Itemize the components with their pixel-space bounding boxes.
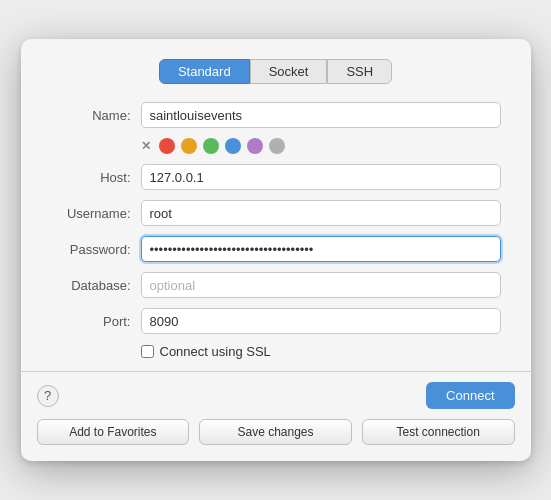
port-row: Port: bbox=[51, 308, 501, 334]
help-button[interactable]: ? bbox=[37, 385, 59, 407]
host-input[interactable] bbox=[141, 164, 501, 190]
test-connection-button[interactable]: Test connection bbox=[362, 419, 515, 445]
port-label: Port: bbox=[51, 314, 141, 329]
ssl-row: Connect using SSL bbox=[51, 344, 501, 359]
name-row: Name: bbox=[51, 102, 501, 128]
ssl-label[interactable]: Connect using SSL bbox=[160, 344, 271, 359]
database-row: Database: bbox=[51, 272, 501, 298]
add-favorites-button[interactable]: Add to Favorites bbox=[37, 419, 190, 445]
password-label: Password: bbox=[51, 242, 141, 257]
form-area: Name: ✕ Host: Username: Password: bbox=[21, 102, 531, 359]
color-dot-blue[interactable] bbox=[225, 138, 241, 154]
port-input[interactable] bbox=[141, 308, 501, 334]
database-input[interactable] bbox=[141, 272, 501, 298]
footer-bar: Add to Favorites Save changes Test conne… bbox=[21, 419, 531, 445]
host-row: Host: bbox=[51, 164, 501, 190]
ssl-checkbox[interactable] bbox=[141, 345, 154, 358]
password-row: Password: bbox=[51, 236, 501, 262]
bottom-bar: ? Connect bbox=[21, 382, 531, 409]
username-input[interactable] bbox=[141, 200, 501, 226]
color-row: ✕ bbox=[51, 138, 501, 154]
color-dot-orange[interactable] bbox=[181, 138, 197, 154]
password-input[interactable] bbox=[141, 236, 501, 262]
close-icon[interactable]: ✕ bbox=[141, 139, 151, 153]
username-row: Username: bbox=[51, 200, 501, 226]
username-label: Username: bbox=[51, 206, 141, 221]
database-label: Database: bbox=[51, 278, 141, 293]
name-input[interactable] bbox=[141, 102, 501, 128]
save-changes-button[interactable]: Save changes bbox=[199, 419, 352, 445]
tab-ssh[interactable]: SSH bbox=[327, 59, 392, 84]
connect-button[interactable]: Connect bbox=[426, 382, 514, 409]
name-label: Name: bbox=[51, 108, 141, 123]
tab-socket[interactable]: Socket bbox=[250, 59, 328, 84]
divider bbox=[21, 371, 531, 372]
color-dot-gray[interactable] bbox=[269, 138, 285, 154]
color-dot-purple[interactable] bbox=[247, 138, 263, 154]
tab-standard[interactable]: Standard bbox=[159, 59, 250, 84]
main-window: Standard Socket SSH Name: ✕ Host: Userna… bbox=[21, 39, 531, 461]
host-label: Host: bbox=[51, 170, 141, 185]
color-dot-green[interactable] bbox=[203, 138, 219, 154]
tab-bar: Standard Socket SSH bbox=[21, 59, 531, 84]
color-dot-red[interactable] bbox=[159, 138, 175, 154]
